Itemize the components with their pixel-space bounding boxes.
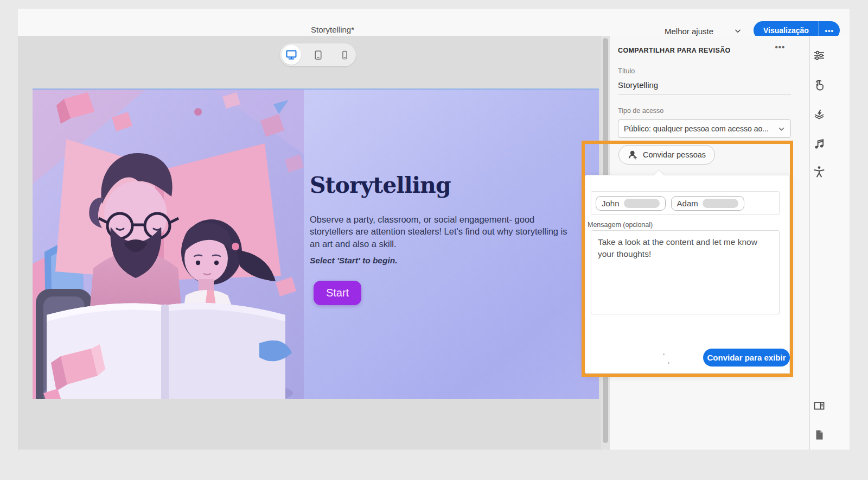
start-button[interactable]: Start	[314, 281, 361, 305]
invite-people-button[interactable]: Convidar pessoas	[618, 145, 715, 165]
title-field-value[interactable]: Storytelling	[618, 80, 658, 90]
access-type-label: Tipo de acesso	[618, 107, 663, 115]
audio-button[interactable]	[812, 136, 827, 151]
device-tablet-button[interactable]	[308, 45, 328, 65]
slide-body: Observe a party, classroom, or social en…	[310, 213, 603, 250]
title-field-label: Título	[618, 67, 635, 75]
title-field-underline	[618, 94, 791, 94]
layout-icon	[813, 399, 826, 412]
person-add-icon	[628, 149, 639, 160]
recipient-name: John	[602, 199, 620, 208]
message-label: Mensagem (opcional)	[588, 221, 653, 229]
document-button[interactable]	[812, 427, 827, 443]
layout-button[interactable]	[812, 398, 827, 413]
chevron-down-icon	[734, 27, 742, 35]
cursor-artifact	[668, 362, 669, 364]
accessibility-button[interactable]	[812, 164, 827, 179]
redacted-email	[703, 199, 738, 208]
document-title: Storytelling*	[224, 25, 441, 34]
effects-icon	[813, 108, 826, 121]
panel-title: COMPARTILHAR PARA REVISÃO	[618, 47, 731, 54]
slide-preview: Storytelling Observe a party, classroom,…	[33, 89, 599, 399]
recipient-name: Adam	[677, 199, 698, 208]
recipient-chip[interactable]: Adam	[671, 196, 744, 211]
recipient-chip[interactable]: John	[596, 196, 666, 211]
slide-title: Storytelling	[310, 172, 451, 198]
effects-button[interactable]	[812, 107, 827, 122]
document-icon	[813, 428, 826, 441]
invite-popup: John Adam Mensagem (opcional) Take a loo…	[585, 175, 790, 374]
illustration-graphic	[33, 90, 304, 399]
zoom-fit-label: Melhor ajuste	[665, 27, 713, 36]
right-icon-rail	[809, 36, 850, 450]
redacted-email	[624, 199, 660, 208]
sliders-icon	[813, 49, 826, 62]
slide-text-half: Storytelling Observe a party, classroom,…	[304, 90, 599, 399]
desktop-icon	[285, 48, 298, 61]
chevron-down-icon	[778, 125, 785, 132]
recipient-chips-field[interactable]: John Adam	[591, 191, 780, 215]
device-toggle	[280, 43, 356, 66]
invite-people-label: Convidar pessoas	[643, 150, 706, 159]
phone-icon	[340, 50, 350, 60]
audio-icon	[813, 137, 826, 150]
message-textarea[interactable]: Take a look at the content and let me kn…	[591, 230, 780, 314]
cursor-artifact	[663, 353, 665, 355]
interaction-hand-icon	[813, 79, 826, 92]
device-desktop-button[interactable]	[282, 45, 301, 65]
accessibility-icon	[813, 165, 826, 178]
access-type-select[interactable]: Público: qualquer pessoa com acesso ao..…	[618, 119, 791, 138]
storytelling-illustration	[33, 90, 304, 399]
slide-instruction: Select 'Start' to begin.	[310, 256, 398, 266]
invite-to-view-button[interactable]: Convidar para exibir	[703, 349, 790, 367]
access-type-value: Público: qualquer pessoa com acesso ao..…	[624, 124, 769, 133]
device-phone-button[interactable]	[335, 45, 354, 65]
top-bar: Storytelling* Melhor ajuste Visualização…	[18, 9, 850, 36]
tablet-icon	[312, 49, 324, 61]
panel-more-button[interactable]: •••	[771, 42, 789, 52]
properties-sliders-button[interactable]	[812, 48, 827, 63]
interaction-button[interactable]	[812, 78, 827, 93]
